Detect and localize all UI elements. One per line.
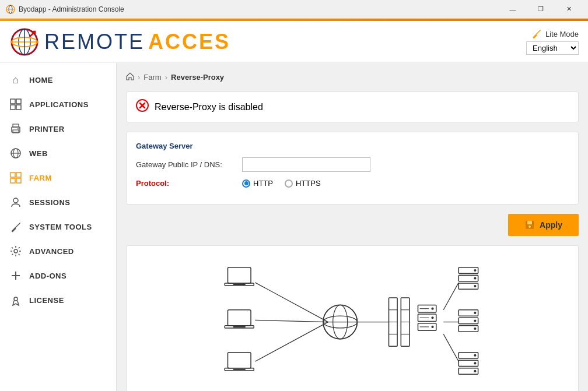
home-icon: ⌂: [9, 73, 22, 86]
svg-rect-24: [16, 178, 21, 183]
sidebar-item-advanced[interactable]: ADVANCED: [0, 239, 116, 263]
svg-point-37: [528, 226, 531, 228]
advanced-icon: [9, 245, 22, 258]
sidebar-item-applications[interactable]: APPLICATIONS: [0, 92, 116, 117]
logo-globe-icon: [9, 27, 40, 57]
svg-point-67: [431, 316, 433, 319]
config-box: Gateway Server Gateway Public IP / DNS: …: [126, 132, 579, 205]
protocol-row: Protocol: HTTP HTTPS: [136, 179, 569, 188]
svg-point-79: [474, 277, 476, 279]
license-icon: [9, 294, 22, 307]
farm-icon: [9, 171, 22, 184]
svg-point-91: [474, 362, 476, 364]
window-title: Byodapp - Administration Console: [19, 5, 499, 13]
svg-line-74: [443, 334, 459, 361]
svg-line-72: [443, 283, 459, 310]
breadcrumb-farm[interactable]: Farm: [144, 73, 161, 82]
gateway-ip-label: Gateway Public IP / DNS:: [136, 160, 235, 169]
sidebar-item-license[interactable]: LICENSE: [0, 288, 116, 312]
svg-point-85: [474, 319, 476, 322]
system-tools-icon: [9, 220, 22, 233]
svg-rect-10: [10, 99, 15, 104]
protocol-radio-group: HTTP HTTPS: [242, 179, 321, 188]
svg-point-66: [431, 308, 433, 310]
https-radio[interactable]: [285, 179, 293, 188]
svg-point-92: [474, 370, 476, 372]
sidebar-item-sessions[interactable]: SESSIONS: [0, 190, 116, 214]
svg-rect-38: [228, 267, 251, 283]
maximize-button[interactable]: ❐: [527, 0, 554, 19]
sessions-icon: [9, 196, 22, 209]
svg-point-90: [474, 354, 476, 357]
svg-point-30: [14, 297, 18, 301]
app-icon: [6, 5, 15, 14]
svg-rect-12: [10, 105, 15, 110]
breadcrumb-sep-1: ›: [138, 73, 140, 82]
sidebar-item-printer[interactable]: PRINTER: [0, 117, 116, 141]
apply-area: Apply: [126, 214, 579, 236]
svg-point-86: [474, 327, 476, 330]
svg-rect-44: [228, 353, 251, 368]
svg-point-27: [14, 249, 18, 253]
sidebar-item-farm[interactable]: FARM: [0, 165, 116, 190]
breadcrumb-current: Reverse-Proxy: [171, 73, 224, 82]
breadcrumb: › Farm › Reverse-Proxy: [126, 72, 579, 82]
apply-button[interactable]: Apply: [508, 214, 579, 236]
breadcrumb-home[interactable]: [126, 72, 134, 82]
wrench-icon: [531, 29, 542, 39]
alert-message: Reverse-Proxy is disabled: [155, 102, 263, 112]
add-ons-icon: [9, 269, 22, 282]
reverse-proxy-diagram: [206, 255, 498, 389]
protocol-https[interactable]: HTTPS: [285, 179, 321, 188]
language-select[interactable]: English Français Español Deutsch: [526, 41, 579, 55]
svg-rect-22: [16, 172, 21, 177]
diagram-area: The reverse-proxy system acts as an inte…: [126, 245, 579, 391]
gateway-ip-row: Gateway Public IP / DNS:: [136, 157, 569, 172]
svg-rect-43: [233, 326, 246, 327]
header-right: Lite Mode English Français Español Deuts…: [526, 29, 579, 55]
svg-rect-13: [16, 105, 21, 110]
config-section-title: Gateway Server: [136, 142, 569, 150]
svg-line-48: [255, 320, 328, 322]
save-icon: [524, 220, 535, 230]
error-circle-icon: [136, 99, 149, 112]
alert-icon: [136, 99, 149, 115]
logo-text: REMOTE ACCES: [44, 30, 230, 54]
svg-line-49: [255, 322, 328, 362]
svg-rect-26: [11, 227, 16, 232]
sidebar-item-system-tools[interactable]: SYSTEM TOOLS: [0, 214, 116, 239]
window-controls: — ❐ ✕: [499, 0, 582, 19]
breadcrumb-sep-2: ›: [165, 73, 167, 82]
svg-point-84: [474, 312, 476, 314]
svg-point-80: [474, 285, 476, 287]
sidebar-item-home[interactable]: ⌂ HOME: [0, 68, 116, 92]
main-layout: ⌂ HOME APPLICATIONS PRINTER WEB FARM: [0, 63, 588, 391]
sidebar-item-web[interactable]: WEB: [0, 141, 116, 165]
sidebar: ⌂ HOME APPLICATIONS PRINTER WEB FARM: [0, 63, 117, 391]
logo-area: REMOTE ACCES: [9, 27, 526, 57]
minimize-button[interactable]: —: [499, 0, 526, 19]
svg-rect-9: [533, 34, 537, 39]
svg-line-47: [255, 283, 328, 322]
close-button[interactable]: ✕: [555, 0, 582, 19]
home-breadcrumb-icon: [126, 72, 134, 80]
header: REMOTE ACCES Lite Mode English Français …: [0, 21, 588, 63]
applications-icon: [9, 98, 22, 111]
svg-rect-40: [233, 284, 246, 285]
gateway-ip-input[interactable]: [242, 157, 370, 172]
lite-mode-button[interactable]: Lite Mode: [531, 29, 579, 39]
protocol-label: Protocol:: [136, 179, 235, 188]
printer-icon: [9, 122, 22, 135]
svg-rect-41: [228, 310, 251, 326]
alert-box: Reverse-Proxy is disabled: [126, 91, 579, 122]
sidebar-item-add-ons[interactable]: ADD-ONS: [0, 263, 116, 288]
titlebar: Byodapp - Administration Console — ❐ ✕: [0, 0, 588, 19]
http-radio[interactable]: [242, 179, 250, 188]
protocol-http[interactable]: HTTP: [242, 179, 273, 188]
svg-rect-11: [16, 99, 21, 104]
web-icon: [9, 147, 22, 160]
svg-rect-35: [527, 221, 532, 224]
svg-rect-23: [10, 178, 15, 183]
svg-point-17: [18, 128, 19, 129]
svg-rect-21: [10, 172, 15, 177]
